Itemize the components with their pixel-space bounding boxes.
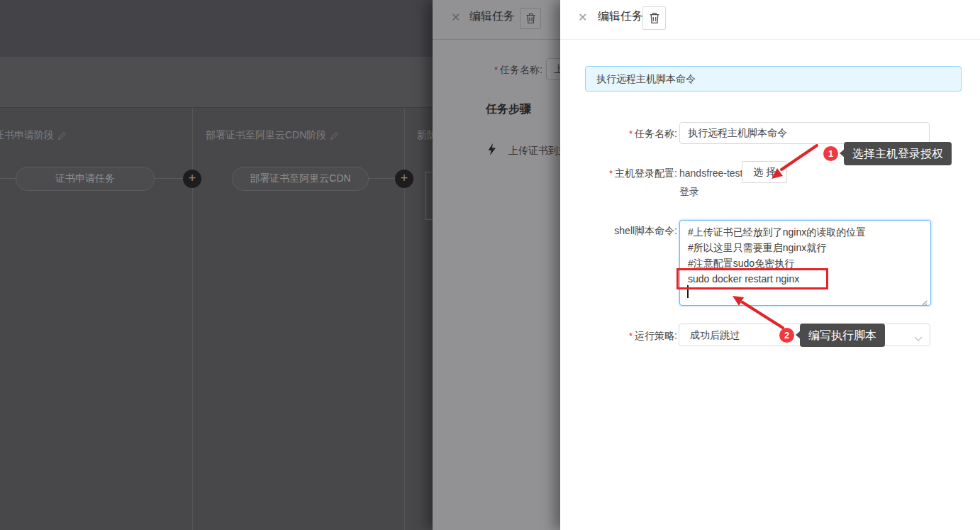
add-task-button[interactable]: + — [183, 170, 201, 188]
task-node-label: 证书申请任务 — [55, 172, 115, 185]
plus-icon: + — [189, 171, 196, 185]
run-policy-value: 成功后跳过 — [690, 329, 740, 341]
stage-title-2-text: 部署证书至阿里云CDN阶段 — [206, 129, 326, 142]
task-step-item[interactable]: 上传证书到主 — [508, 145, 568, 158]
tooltip-caret — [840, 149, 845, 158]
app-screen: 证书申请阶段 部署证书至阿里云CDN阶段 新阶段 证书申请任务 + 部署证书至阿… — [0, 0, 980, 530]
host-login-value: handsfree-test — [679, 167, 743, 179]
delete-task-button[interactable] — [642, 6, 666, 30]
choose-host-button[interactable]: 选 择 — [742, 161, 787, 183]
required-mark: * — [494, 65, 498, 75]
required-mark: * — [629, 128, 633, 139]
task-node-label: 部署证书至阿里云CDN — [250, 172, 350, 185]
host-login-label: *主机登录配置: — [560, 167, 677, 180]
stage-title-1: 证书申请阶段 — [0, 129, 67, 142]
flow-connector — [0, 178, 16, 179]
required-mark: * — [629, 331, 633, 341]
add-task-button[interactable]: + — [395, 170, 413, 188]
edit-task-drawer: ✕ 编辑任务 执行远程主机脚本命令 *任务名称: 执行远程主机脚本命令 *主机登… — [560, 0, 980, 530]
delete-task-button[interactable] — [520, 8, 541, 29]
task-name-label-back: *任务名称: — [433, 64, 542, 77]
shell-script-textarea[interactable]: #上传证书已经放到了nginx的读取的位置 #所以这里只需要重启nginx就行 … — [679, 220, 931, 306]
tooltip-caret — [796, 331, 801, 339]
shell-script-label: shell脚本命令: — [560, 225, 677, 238]
task-node-deploy-cdn[interactable]: 部署证书至阿里云CDN — [232, 167, 369, 191]
highlight-rectangle — [676, 268, 828, 289]
step-badge-2: 2 — [779, 328, 794, 343]
edit-pencil-icon[interactable] — [58, 131, 67, 140]
lightning-icon — [487, 143, 496, 158]
drawer-header: ✕ 编辑任务 — [560, 0, 980, 40]
shell-line: #所以这里只需要重启nginx就行 — [688, 240, 923, 255]
host-login-value-wrap: 登录 — [679, 186, 699, 199]
required-mark: * — [609, 168, 613, 179]
task-name-input[interactable]: 执行远程主机脚本命令 — [679, 122, 930, 144]
plus-icon: + — [401, 171, 408, 185]
task-steps-heading: 任务步骤 — [486, 102, 531, 117]
run-policy-label: *运行策略: — [560, 330, 677, 343]
stage-title-1-text: 证书申请阶段 — [0, 129, 54, 142]
stage-title-2: 部署证书至阿里云CDN阶段 — [206, 129, 339, 142]
drawer-back-title: 编辑任务 — [469, 9, 515, 24]
chevron-down-icon — [914, 332, 923, 345]
shell-line: #上传证书已经放到了nginx的读取的位置 — [688, 224, 923, 240]
flow-connector — [155, 178, 183, 179]
trash-icon — [649, 12, 660, 24]
task-name-label: *任务名称: — [560, 128, 677, 140]
annotation-tooltip-2: 编写执行脚本 — [800, 324, 885, 347]
flow-connector — [369, 178, 395, 179]
close-icon[interactable]: ✕ — [451, 11, 460, 24]
edit-pencil-icon[interactable] — [330, 131, 339, 140]
drawer-title: 编辑任务 — [598, 9, 643, 24]
task-type-alert: 执行远程主机脚本命令 — [585, 66, 962, 92]
step-badge-1: 1 — [823, 146, 838, 161]
task-node-cert-apply[interactable]: 证书申请任务 — [16, 167, 155, 191]
close-icon[interactable]: ✕ — [578, 11, 587, 24]
annotation-tooltip-1: 选择主机登录授权 — [844, 142, 952, 165]
textarea-resize-handle[interactable] — [920, 296, 928, 309]
trash-icon — [525, 13, 536, 24]
